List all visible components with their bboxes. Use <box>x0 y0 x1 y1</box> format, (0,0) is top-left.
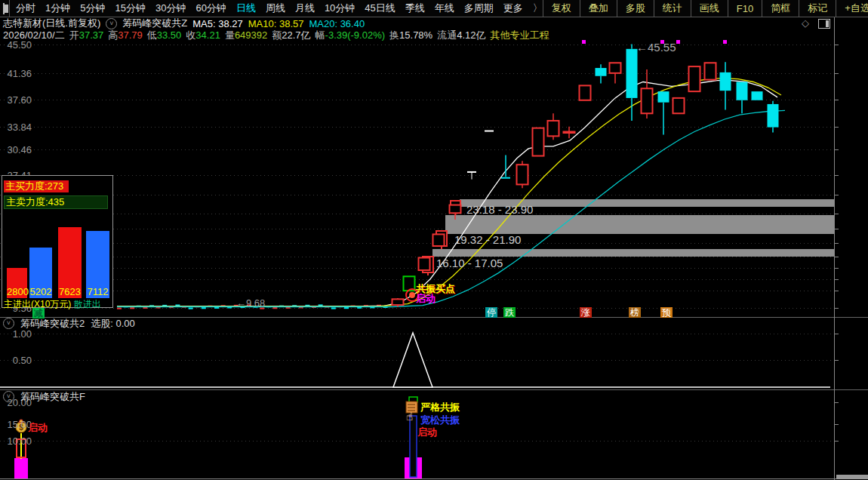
toolbar-button-7[interactable]: 标记 <box>799 0 836 17</box>
ma5-value: MA5: 38.27 <box>192 18 243 29</box>
capital-bar-1: 5202 <box>29 248 52 298</box>
capital-flow-panel: 主买力度:273 主卖力度:435 2800520276237112 主进出(X… <box>2 175 113 308</box>
low-price-annotation: ←9.68 <box>236 298 265 308</box>
quote-field-1: 高37.79 <box>108 29 143 42</box>
indicator-chevron-down-icon[interactable]: ˅ <box>106 18 117 29</box>
market-button-3[interactable]: 榜 <box>629 307 641 318</box>
period-tabs: 分时1分钟5分钟15分钟30分钟60分钟日线周线月线10分钟45日线季线年线多周… <box>9 0 543 17</box>
quote-field-7: 换15.78% <box>389 29 432 42</box>
ma20-value: MA20: 36.40 <box>309 18 365 29</box>
period-tab-12[interactable]: 年线 <box>435 2 454 15</box>
period-tab-14[interactable]: 更多 <box>503 2 523 15</box>
sub-axis-label: 15.00 <box>0 419 32 430</box>
stock-app-window: $ 分时1分钟5分钟15分钟30分钟60分钟日线周线月线10分钟45日线季线年线… <box>0 0 868 480</box>
daily-quote-row: 2026/02/10/二 开37.37高37.79低33.50收34.21量64… <box>3 29 549 41</box>
more-chevron-icon[interactable]: 〉 <box>533 2 543 15</box>
start-signal-label: 启动 <box>417 427 437 437</box>
period-tab-1[interactable]: 1分钟 <box>45 2 70 15</box>
split-view-icon[interactable] <box>818 19 830 29</box>
layout-toggle-icon[interactable] <box>3 3 5 14</box>
quote-field-0: 开37.37 <box>69 29 104 42</box>
sub-axis-label: 10.00 <box>0 435 32 447</box>
strict-resonance-label: 严格共振 <box>420 402 460 412</box>
capital-bar-0: 2800 <box>7 268 27 298</box>
price-axis-label: 33.84 <box>0 122 32 133</box>
quote-field-5: 额22.7亿 <box>272 29 310 42</box>
ma10-value: MA10: 38.57 <box>248 18 304 29</box>
sub2-indicator-name: 筹码峰突破共F <box>20 390 85 404</box>
price-axis-label: 37.60 <box>0 94 32 106</box>
price-axis-label: 41.36 <box>0 68 32 79</box>
high-price-annotation: ←45.55 <box>636 42 676 53</box>
period-tab-0[interactable]: 分时 <box>16 2 35 15</box>
period-tab-7[interactable]: 周线 <box>266 2 285 15</box>
toolbar-button-4[interactable]: 画线 <box>691 0 728 17</box>
period-tab-13[interactable]: 多周期 <box>464 2 494 15</box>
toolbar-button-3[interactable]: 统计 <box>654 0 691 17</box>
sub-axis-label: 0.50 <box>0 355 32 366</box>
period-tab-4[interactable]: 30分钟 <box>155 2 186 15</box>
capital-footer: 主进出(X10万元) 散进出 <box>4 298 101 311</box>
period-tab-3[interactable]: 15分钟 <box>115 2 145 15</box>
period-tab-8[interactable]: 月线 <box>295 2 315 15</box>
period-tab-2[interactable]: 5分钟 <box>80 2 105 15</box>
quote-field-2: 低33.50 <box>147 29 182 42</box>
quote-field-6: 幅-3.39(-9.02%) <box>315 29 385 42</box>
loose-resonance-label: 宽松共振 <box>420 415 460 425</box>
price-axis-label: 30.46 <box>0 144 32 155</box>
chevron-down-icon[interactable]: ˅ <box>3 391 14 402</box>
start-label: 启动 <box>416 294 436 303</box>
period-tab-11[interactable]: 季线 <box>405 2 425 15</box>
market-button-0[interactable]: 停 <box>485 307 497 318</box>
period-tab-6[interactable]: 日线 <box>236 2 256 15</box>
toolbar-button-0[interactable]: 复权 <box>543 0 580 17</box>
buy-strength-badge: 主买力度:273 <box>4 180 69 192</box>
sub-panel-2-header: ˅ 筹码峰突破共F <box>3 391 85 402</box>
toolbar-button-1[interactable]: 叠加 <box>580 0 617 17</box>
toolbar-actions: 复权叠加多股统计画线F10简框标记+自选返回 <box>543 0 868 17</box>
capital-bar-3: 7112 <box>86 231 109 298</box>
quote-field-4: 量649392 <box>225 29 267 42</box>
capital-bar-2: 7623 <box>58 227 82 298</box>
chip-band-label: 16.10 - 17.05 <box>436 257 503 269</box>
diamond-icon[interactable]: ◇ <box>802 17 809 29</box>
reduce-badge: 减 <box>32 308 45 318</box>
quote-field-8: 流通4.12亿 <box>437 29 485 42</box>
quote-date: 2026/02/10/二 <box>3 29 65 42</box>
chevron-down-icon[interactable]: ˅ <box>3 318 14 329</box>
toolbar-button-8[interactable]: +自选 <box>836 0 868 17</box>
start-signal-label: 启动 <box>28 423 48 432</box>
period-tab-5[interactable]: 60分钟 <box>195 2 226 15</box>
chip-band-label: 23.18 - 23.90 <box>466 204 533 215</box>
pointing-hand-icon: ☝ <box>406 410 413 423</box>
retail-inout-label: 散进出 <box>74 299 101 309</box>
market-button-4[interactable]: 预 <box>660 307 673 318</box>
toolbar-button-2[interactable]: 多股 <box>617 0 654 17</box>
quote-field-9: 其他专业工程 <box>490 29 549 42</box>
sub-panel-1-header: ˅ 筹码峰突破共2 选股: 0.00 <box>3 318 135 329</box>
period-tab-9[interactable]: 10分钟 <box>325 2 355 15</box>
period-toolbar: 分时1分钟5分钟15分钟30分钟60分钟日线周线月线10分钟45日线季线年线多周… <box>0 0 868 17</box>
quote-field-3: 收34.21 <box>186 29 220 42</box>
market-button-2[interactable]: 涨 <box>580 307 592 318</box>
period-tab-10[interactable]: 45日线 <box>365 2 395 15</box>
toolbar-button-6[interactable]: 简框 <box>762 0 799 17</box>
chip-band-label: 19.32 - 21.90 <box>454 234 521 245</box>
sell-strength-badge: 主卖力度:435 <box>4 195 108 209</box>
sub1-indicator-name: 筹码峰突破共2 <box>20 317 85 331</box>
sub1-select-value: 选股: 0.00 <box>91 317 135 331</box>
toolbar-button-5[interactable]: F10 <box>728 0 762 17</box>
market-button-1[interactable]: 跌 <box>503 307 516 318</box>
